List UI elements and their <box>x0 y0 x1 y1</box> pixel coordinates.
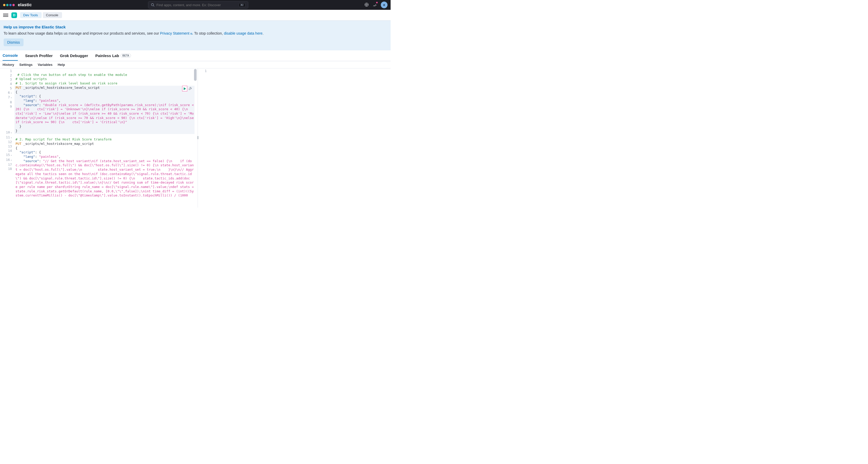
subnav-history[interactable]: History <box>3 63 14 67</box>
search-shortcut: ⌘/ <box>239 3 245 7</box>
global-header: elastic ⌘/ e <box>0 0 391 10</box>
svg-line-1 <box>153 6 154 7</box>
request-editor[interactable]: # Click the run button of each step to e… <box>16 68 195 208</box>
search-icon <box>151 3 154 7</box>
callout-body: To learn about how usage data helps us m… <box>4 31 385 35</box>
callout-title: Help us improve the Elastic Stack <box>4 25 385 29</box>
run-request-button[interactable] <box>182 86 187 91</box>
svg-point-0 <box>151 4 153 6</box>
console-editor-area: 123456789101112131415161718 # Click the … <box>0 68 391 208</box>
dismiss-button[interactable]: Dismiss <box>4 38 24 46</box>
help-menu-icon[interactable] <box>364 2 369 8</box>
svg-point-3 <box>366 4 367 5</box>
telemetry-callout: Help us improve the Elastic Stack To lea… <box>0 21 391 51</box>
request-gutter: 123456789101112131415161718 <box>0 68 14 208</box>
privacy-statement-link[interactable]: Privacy Statement ⧉ <box>160 31 192 35</box>
search-input[interactable] <box>157 3 237 7</box>
subnav-settings[interactable]: Settings <box>20 63 33 67</box>
disable-telemetry-link[interactable]: disable usage data here <box>224 31 262 35</box>
console-subnav: History Settings Variables Help <box>0 61 391 68</box>
response-editor[interactable] <box>210 68 388 208</box>
space-badge[interactable]: D <box>11 12 17 18</box>
request-pane[interactable]: 123456789101112131415161718 # Click the … <box>0 68 198 208</box>
response-gutter: 1 <box>198 68 209 208</box>
subnav-variables[interactable]: Variables <box>38 63 53 67</box>
response-pane[interactable]: 1 <box>198 68 391 208</box>
global-search[interactable]: ⌘/ <box>148 1 248 8</box>
beta-badge: BETA <box>121 54 131 58</box>
tab-grok-debugger[interactable]: Grok Debugger <box>60 51 88 60</box>
breadcrumb-console: Console <box>43 12 62 18</box>
breadcrumb-dev-tools[interactable]: Dev Tools <box>20 12 41 18</box>
user-avatar[interactable]: e <box>381 2 388 8</box>
subnav-help[interactable]: Help <box>58 63 65 67</box>
tab-console[interactable]: Console <box>3 51 18 61</box>
devtools-tabs: Console Search Profiler Grok Debugger Pa… <box>0 51 391 61</box>
elastic-logo-icon <box>3 4 15 6</box>
notification-dot <box>376 2 378 4</box>
external-link-icon: ⧉ <box>190 32 192 35</box>
request-options-icon[interactable] <box>188 86 192 91</box>
breadcrumb-bar: D Dev Tools Console <box>0 10 391 21</box>
tab-search-profiler[interactable]: Search Profiler <box>25 51 53 60</box>
tab-painless-lab[interactable]: Painless Lab BETA <box>95 51 131 60</box>
brand-text[interactable]: elastic <box>18 2 32 7</box>
newsfeed-icon[interactable] <box>373 2 377 8</box>
scrollbar[interactable] <box>194 69 196 81</box>
pane-splitter[interactable]: || <box>197 136 199 139</box>
nav-toggle-icon[interactable] <box>3 14 8 17</box>
